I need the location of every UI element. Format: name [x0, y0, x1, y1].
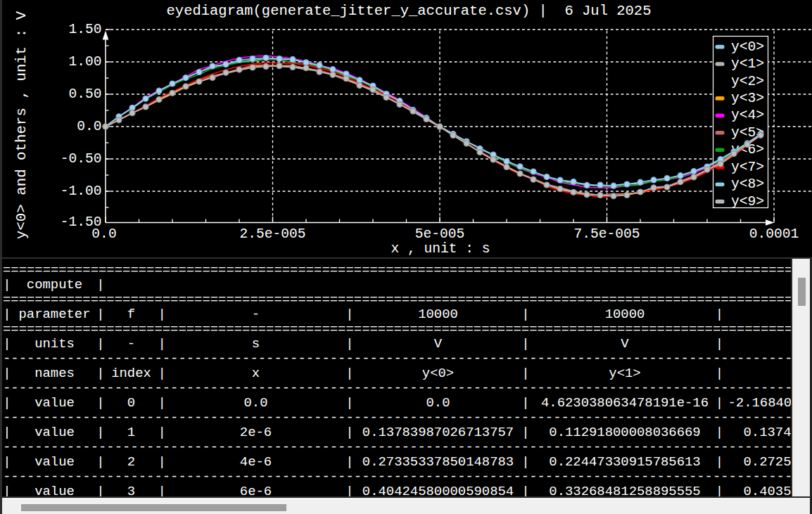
svg-text:1.50: 1.50 — [68, 22, 101, 37]
svg-text:y<3>: y<3> — [731, 91, 764, 106]
svg-text:-0.50: -0.50 — [61, 151, 102, 167]
svg-text:-1.00: -1.00 — [61, 184, 102, 199]
svg-text:y<2>: y<2> — [731, 74, 764, 89]
svg-text:y<1>: y<1> — [731, 56, 764, 72]
svg-text:7.5e-005: 7.5e-005 — [573, 226, 640, 242]
svg-text:0.0001: 0.0001 — [749, 226, 799, 242]
svg-text:y<8>: y<8> — [731, 176, 764, 192]
svg-text:2.5e-005: 2.5e-005 — [239, 226, 305, 242]
svg-text:eyediagram(generate_jitter_y_a: eyediagram(generate_jitter_y_accurate.cs… — [167, 3, 652, 19]
svg-text:y<7>: y<7> — [731, 160, 764, 175]
svg-text:0.50: 0.50 — [68, 86, 101, 102]
svg-text:5e-005: 5e-005 — [415, 226, 465, 242]
svg-text:y<9>: y<9> — [731, 194, 764, 210]
svg-text:1.00: 1.00 — [68, 54, 101, 70]
svg-text:x , unit : s: x , unit : s — [391, 241, 490, 257]
svg-text:y<4>: y<4> — [731, 108, 764, 123]
svg-text:y<0> and others , unit : V: y<0> and others , unit : V — [13, 11, 30, 239]
svg-text:0.0: 0.0 — [91, 226, 116, 242]
svg-text:y<0>: y<0> — [731, 39, 764, 55]
svg-text:0.0: 0.0 — [77, 119, 101, 134]
